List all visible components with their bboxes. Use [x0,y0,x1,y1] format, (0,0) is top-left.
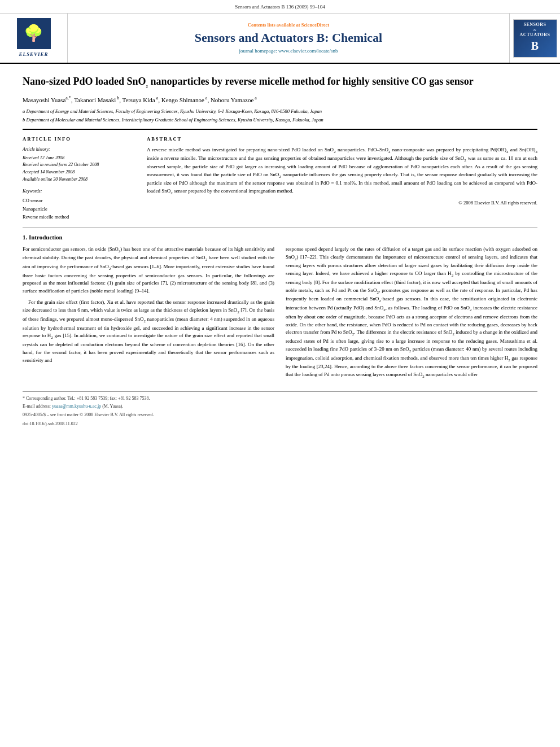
affiliations: a Department of Energy and Material Scie… [23,108,537,124]
divider-thick [23,129,537,130]
journal-logo-b: B [531,38,539,54]
footnote-corresponding: * Corresponding author. Tel.: +81 92 583… [23,395,537,402]
page: Sensors and Actuators B 136 (2009) 99–10… [0,0,560,438]
authors-line: Masayoshi Yuasaa,*, Takanori Masaki b, T… [23,95,537,104]
banner-center: Contents lists available at ScienceDirec… [68,14,509,63]
doi-text: doi:10.1016/j.snb.2008.11.022 [23,421,78,426]
elsevier-logo-image [17,18,51,49]
section1-heading: 1. Introduction [23,233,537,242]
sciencedirect-pre: Contents lists available at [248,22,301,28]
page-footer: * Corresponding author. Tel.: +81 92 583… [23,391,537,427]
article-title: Nano-sized PdO loaded SnO2 nanoparticles… [23,75,537,89]
homepage-link[interactable]: www.elsevier.com/locate/snb [278,48,338,54]
keywords-label: Keywords: [23,188,135,195]
keyword-2: Nanoparticle [23,205,135,213]
abstract-text: A reverse micelle method was investigate… [147,146,537,196]
banner-left: ELSEVIER [0,14,68,63]
history-heading: Article history: [23,146,135,154]
journal-logo-sensors: SENSORS [524,22,546,28]
body-col-1: For semiconductor gas sensors, tin oxide… [23,246,274,383]
received-revised-date: Received in revised form 22 October 2008 [23,161,135,169]
sciencedirect-line: Contents lists available at ScienceDirec… [248,21,329,28]
body-two-col: For semiconductor gas sensors, tin oxide… [23,246,537,383]
journal-ref: Sensors and Actuators B 136 (2009) 99–10… [235,4,325,10]
body-section: 1. Introduction For semiconductor gas se… [23,233,537,383]
doi-line: doi:10.1016/j.snb.2008.11.022 [23,421,537,427]
email-link[interactable]: yuasa@mm.kyushu-u.ac.jp [52,404,101,409]
elsevier-label: ELSEVIER [19,51,48,58]
homepage-pre: journal homepage: [239,48,278,54]
footnote-email: E-mail address: yuasa@mm.kyushu-u.ac.jp … [23,403,537,410]
keywords-list: CO sensor Nanoparticle Reverse micelle m… [23,196,135,221]
copyright: © 2008 Elsevier B.V. All rights reserved… [147,199,537,206]
article-info-col: ARTICLE INFO Article history: Received 1… [23,136,135,221]
keywords-section: Keywords: CO sensor Nanoparticle Reverse… [23,188,135,221]
keyword-1: CO sensor [23,196,135,204]
journal-logo-right: SENSORS & ACTUATORS B [513,19,557,58]
affiliation-a: a Department of Energy and Material Scie… [23,108,537,115]
journal-logo-ampersand: & [533,28,536,32]
journal-logo-actuators: ACTUATORS [520,32,550,38]
affiliation-b: b Department of Molecular and Material S… [23,116,537,124]
sciencedirect-link[interactable]: ScienceDirect [301,22,329,28]
keyword-3: Reverse micelle method [23,213,135,221]
body-p2: For the grain size effect (first factor)… [23,299,274,365]
banner-right: SENSORS & ACTUATORS B [509,14,560,63]
issn-line: 0925-4005/$ – see front matter © 2008 El… [23,412,537,418]
received-date: Received 12 June 2008 [23,155,135,162]
info-abstract-section: ARTICLE INFO Article history: Received 1… [23,136,537,221]
email-author: (M. Yuasa). [101,404,123,409]
issn-text: 0925-4005/$ – see front matter © 2008 El… [23,412,154,417]
journal-title: Sensors and Actuators B: Chemical [195,30,382,45]
email-label: E-mail address: [23,404,52,409]
accepted-date: Accepted 14 November 2008 [23,169,135,176]
body-p3: response speed depend largely on the rat… [286,246,537,380]
banner: ELSEVIER Contents lists available at Sci… [0,14,560,64]
abstract-heading: ABSTRACT [147,136,537,142]
article-history: Article history: Received 12 June 2008 R… [23,146,135,184]
journal-homepage: journal homepage: www.elsevier.com/locat… [239,47,338,55]
journal-header: Sensors and Actuators B 136 (2009) 99–10… [0,0,560,14]
article-content: Nano-sized PdO loaded SnO2 nanoparticles… [0,64,560,438]
body-p1: For semiconductor gas sensors, tin oxide… [23,246,274,296]
abstract-col: ABSTRACT A reverse micelle method was in… [147,136,537,221]
available-date: Available online 30 November 2008 [23,176,135,184]
divider-body [23,227,537,228]
elsevier-logo: ELSEVIER [17,18,51,58]
body-col-2: response speed depend largely on the rat… [286,246,537,383]
article-info-heading: ARTICLE INFO [23,136,135,142]
